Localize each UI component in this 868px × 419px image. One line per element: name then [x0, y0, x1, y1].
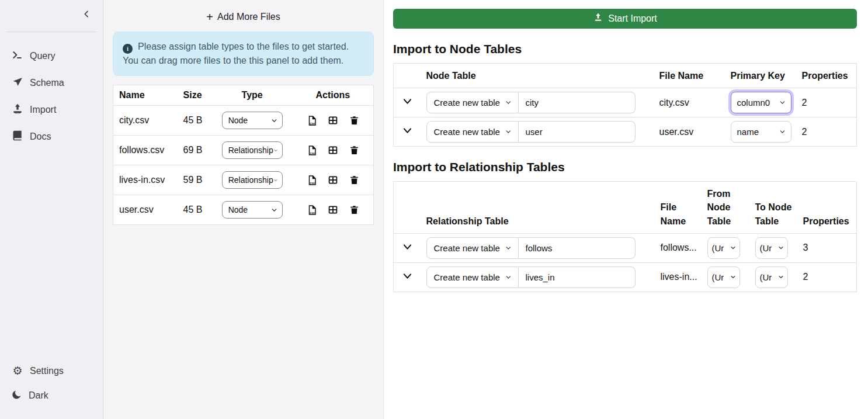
import-panel: Start Import Import to Node Tables Node …: [384, 0, 868, 419]
table-row: user.csv 45 B Node csv: [113, 195, 374, 225]
table-name-input[interactable]: [519, 92, 636, 113]
view-csv-button[interactable]: csv: [307, 115, 317, 126]
column-header-node-table: Node Table: [422, 64, 655, 88]
chevron-down-icon: [777, 244, 784, 251]
sidebar-item-label: Docs: [30, 131, 51, 142]
from-node-table-select[interactable]: (Ur: [707, 266, 740, 288]
table-mode-select[interactable]: Create new table: [426, 237, 519, 259]
table-name-input[interactable]: [519, 237, 636, 259]
sidebar-item-docs[interactable]: Docs: [0, 123, 103, 150]
table-row: Create new table lives-in... (Ur (Ur 2: [394, 262, 857, 292]
chevron-down-icon: [273, 147, 278, 154]
table-row: lives-in.csv 59 B Relationship csv: [113, 165, 374, 195]
chevron-down-icon: [777, 273, 784, 281]
moon-icon: [12, 389, 22, 402]
table-row: Create new table user.csv name 2: [394, 117, 857, 147]
expand-row-button[interactable]: [402, 271, 413, 282]
column-header-type: Type: [212, 85, 293, 106]
relationship-import-table: Relationship Table File Name From Node T…: [393, 181, 857, 292]
table-preview-button[interactable]: [328, 115, 338, 126]
file-size: 59 B: [178, 165, 212, 195]
file-type-select[interactable]: Relationship: [222, 171, 283, 189]
table-preview-button[interactable]: [328, 145, 338, 155]
sidebar-item-schema[interactable]: Schema: [0, 70, 103, 96]
primary-key-select[interactable]: column0: [731, 92, 791, 113]
upload-icon: [12, 103, 23, 117]
relationship-tables-heading: Import to Relationship Tables: [393, 160, 857, 174]
trash-icon[interactable]: [349, 145, 359, 155]
node-tables-heading: Import to Node Tables: [393, 42, 857, 56]
table-mode-select[interactable]: Create new table: [426, 92, 519, 113]
column-header-from-node-table: From Node Table: [703, 182, 751, 234]
to-node-table-select[interactable]: (Ur: [755, 266, 788, 288]
table-row: follows.csv 69 B Relationship csv: [113, 136, 374, 165]
sidebar-item-import[interactable]: Import: [0, 96, 103, 123]
file-table: Name Size Type Actions city.csv 45 B Nod…: [113, 85, 374, 225]
trash-icon[interactable]: [349, 115, 359, 126]
sidebar-item-dark-mode[interactable]: Dark: [0, 383, 103, 408]
chevron-down-icon: [270, 206, 278, 214]
upload-icon: [593, 12, 603, 25]
sidebar-item-label: Settings: [30, 366, 64, 376]
chevron-down-icon: [730, 273, 737, 281]
primary-key-select[interactable]: name: [731, 121, 791, 143]
column-header-properties: Properties: [798, 182, 857, 234]
chevron-left-icon: [82, 9, 91, 21]
svg-text:csv: csv: [310, 121, 315, 124]
file-name: user.csv: [113, 195, 178, 225]
chevron-down-icon: [505, 273, 512, 281]
node-import-table: Node Table File Name Primary Key Propert…: [393, 63, 857, 147]
add-more-files-label: Add More Files: [217, 12, 280, 22]
table-row: city.csv 45 B Node csv: [113, 106, 374, 136]
column-header-size: Size: [178, 85, 212, 106]
table-row: Create new table follows... (Ur (Ur 3: [394, 233, 857, 262]
file-type-select[interactable]: Node: [222, 112, 283, 129]
expand-row-button[interactable]: [402, 125, 413, 136]
alert-text: Please assign table types to the files t…: [123, 41, 349, 65]
trash-icon[interactable]: [349, 205, 359, 215]
send-icon: [12, 76, 23, 90]
trash-icon[interactable]: [349, 175, 359, 185]
properties-count: 2: [797, 88, 857, 117]
table-name-input[interactable]: [519, 266, 636, 288]
table-preview-button[interactable]: [328, 175, 338, 185]
file-name: follows.csv: [113, 136, 178, 165]
chevron-down-icon: [505, 99, 512, 106]
file-type-select[interactable]: Node: [222, 201, 283, 219]
table-mode-select[interactable]: Create new table: [426, 266, 519, 288]
view-csv-button[interactable]: csv: [307, 175, 317, 186]
sidebar-item-query[interactable]: Query: [0, 43, 103, 70]
table-mode-select[interactable]: Create new table: [426, 121, 519, 143]
to-node-table-select[interactable]: (Ur: [755, 237, 788, 259]
sidebar-divider: [6, 32, 96, 32]
sidebar-item-label: Query: [30, 51, 55, 61]
gear-icon: ⚙: [12, 365, 23, 376]
sidebar-item-settings[interactable]: ⚙ Settings: [0, 359, 103, 383]
expand-row-button[interactable]: [402, 241, 413, 252]
properties-count: 2: [798, 262, 857, 292]
chevron-down-icon: [505, 128, 512, 136]
view-csv-button[interactable]: csv: [307, 145, 317, 156]
expand-row-button[interactable]: [402, 96, 413, 107]
table-preview-button[interactable]: [328, 205, 338, 215]
file-type-select[interactable]: Relationship: [222, 141, 283, 159]
view-csv-button[interactable]: csv: [307, 205, 317, 216]
add-more-files-button[interactable]: + Add More Files: [113, 9, 374, 32]
start-import-button[interactable]: Start Import: [393, 9, 857, 29]
info-icon: i: [123, 44, 133, 54]
column-header-file-name: File Name: [656, 182, 703, 234]
info-alert: iPlease assign table types to the files …: [113, 32, 374, 76]
file-size: 45 B: [178, 195, 212, 225]
file-panel: + Add More Files iPlease assign table ty…: [103, 0, 384, 419]
sidebar-item-label: Import: [30, 105, 56, 115]
from-node-table-select[interactable]: (Ur: [707, 237, 740, 259]
properties-count: 2: [797, 117, 857, 147]
file-size: 69 B: [178, 136, 212, 165]
book-icon: [12, 130, 23, 144]
table-name-input[interactable]: [519, 121, 636, 143]
chevron-down-icon: [270, 117, 278, 124]
collapse-sidebar-button[interactable]: [79, 8, 93, 22]
plus-icon: +: [206, 11, 213, 23]
start-import-label: Start Import: [608, 13, 657, 24]
app-window: Query Schema Import Docs ⚙ Settings: [0, 0, 868, 419]
